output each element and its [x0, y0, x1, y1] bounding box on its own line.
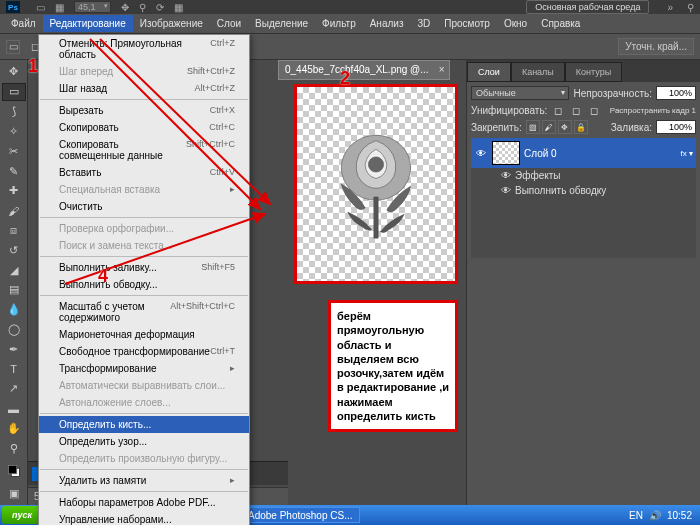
pen-tool[interactable]: ✒ — [2, 340, 26, 358]
menu-item: Проверка орфографии... — [39, 220, 249, 237]
shape-tool[interactable]: ▬ — [2, 400, 26, 418]
menu-item[interactable]: Наборы параметров Adobe PDF... — [39, 494, 249, 511]
rotate-icon[interactable]: ⟳ — [156, 2, 164, 13]
refine-edge-button[interactable]: Уточн. край... — [618, 38, 694, 55]
menu-item[interactable]: Очистить — [39, 198, 249, 215]
marquee-preset-icon[interactable]: ▭ — [6, 40, 20, 54]
lang-indicator[interactable]: EN — [629, 510, 643, 521]
menu-изображение[interactable]: Изображение — [133, 15, 210, 32]
menu-окно[interactable]: Окно — [497, 15, 534, 32]
tab-channels[interactable]: Каналы — [511, 62, 565, 82]
unify-icon[interactable]: ◻ — [587, 103, 601, 117]
menu-item[interactable]: Управление наборами... — [39, 511, 249, 525]
color-swatch[interactable] — [2, 459, 26, 482]
close-icon[interactable]: × — [439, 64, 445, 75]
clock[interactable]: 10:52 — [667, 510, 692, 521]
blend-mode-combo[interactable]: Обычные — [471, 86, 569, 100]
zoom-icon[interactable]: ⚲ — [139, 2, 146, 13]
menu-item[interactable]: Марионеточная деформация — [39, 326, 249, 343]
menu-анализ[interactable]: Анализ — [363, 15, 411, 32]
start-button[interactable]: пуск — [2, 506, 42, 524]
tab-paths[interactable]: Контуры — [565, 62, 622, 82]
lock-pixels-icon[interactable]: 🖌 — [542, 120, 556, 134]
menubar: ФайлРедактированиеИзображениеСлоиВыделен… — [0, 14, 700, 34]
visibility-icon[interactable]: 👁 — [474, 146, 488, 160]
stamp-tool[interactable]: ⧇ — [2, 222, 26, 240]
search-icon[interactable]: » — [667, 2, 673, 13]
zoom-tool[interactable]: ⚲ — [2, 439, 26, 457]
gradient-tool[interactable]: ▤ — [2, 281, 26, 299]
menu-item[interactable]: Удалить из памяти▸ — [39, 472, 249, 489]
zoom-field[interactable]: 45,1 — [74, 1, 111, 13]
tray-icon[interactable]: 🔊 — [649, 510, 661, 521]
stroke-effect-row[interactable]: 👁 Выполнить обводку — [471, 183, 696, 198]
brush-tool[interactable]: 🖌 — [2, 202, 26, 220]
rose-image — [321, 119, 431, 249]
wand-tool[interactable]: ✧ — [2, 123, 26, 141]
toolbar-icon[interactable]: ▭ — [36, 2, 45, 13]
menu-слои[interactable]: Слои — [210, 15, 248, 32]
menu-файл[interactable]: Файл — [4, 15, 43, 32]
menu-item[interactable]: ВырезатьCtrl+X — [39, 102, 249, 119]
eye-icon[interactable]: 👁 — [501, 185, 511, 196]
opacity-input[interactable]: 100% — [656, 86, 696, 100]
menu-item[interactable]: Скопировать совмещенные данныеShift+Ctrl… — [39, 136, 249, 164]
hand-tool[interactable]: ✋ — [2, 420, 26, 438]
marquee-tool[interactable]: ▭ — [2, 83, 26, 101]
grid-icon[interactable]: ▦ — [174, 2, 183, 13]
lock-trans-icon[interactable]: ▨ — [526, 120, 540, 134]
propagate-label[interactable]: Распространить кадр 1 — [610, 106, 696, 115]
unify-icon[interactable]: ◻ — [569, 103, 583, 117]
annotation-4: 4 — [98, 266, 108, 287]
heal-tool[interactable]: ✚ — [2, 182, 26, 200]
svg-point-3 — [368, 157, 383, 172]
type-tool[interactable]: T — [2, 360, 26, 378]
annotation-2: 2 — [340, 68, 350, 89]
menu-item: Специальная вставка▸ — [39, 181, 249, 198]
toolbar-icon[interactable]: ▦ — [55, 2, 64, 13]
crop-tool[interactable]: ✂ — [2, 142, 26, 160]
menu-выделение[interactable]: Выделение — [248, 15, 315, 32]
history-brush-tool[interactable]: ↺ — [2, 241, 26, 259]
menu-item[interactable]: СкопироватьCtrl+C — [39, 119, 249, 136]
layer-row[interactable]: 👁 Слой 0 fx ▾ — [471, 138, 696, 168]
menu-фильтр[interactable]: Фильтр — [315, 15, 363, 32]
eye-icon[interactable]: 👁 — [501, 170, 511, 181]
tab-layers[interactable]: Слои — [467, 62, 511, 82]
eraser-tool[interactable]: ◢ — [2, 261, 26, 279]
menu-item[interactable]: Трансформирование▸ — [39, 360, 249, 377]
effects-row[interactable]: 👁 Эффекты — [471, 168, 696, 183]
menu-item[interactable]: Определить кисть... — [39, 416, 249, 433]
lasso-tool[interactable]: ⟆ — [2, 103, 26, 121]
menu-справка[interactable]: Справка — [534, 15, 587, 32]
lock-pos-icon[interactable]: ✥ — [558, 120, 572, 134]
dodge-tool[interactable]: ◯ — [2, 321, 26, 339]
menu-item[interactable]: Выполнить обводку... — [39, 276, 249, 293]
menu-item[interactable]: Масштаб с учетом содержимогоAlt+Shift+Ct… — [39, 298, 249, 326]
menu-item[interactable]: Свободное трансформированиеCtrl+T — [39, 343, 249, 360]
lock-all-icon[interactable]: 🔒 — [574, 120, 588, 134]
unify-icon[interactable]: ◻ — [551, 103, 565, 117]
fx-badge[interactable]: fx ▾ — [681, 149, 693, 158]
menu-item[interactable]: Определить узор... — [39, 433, 249, 450]
hand-icon[interactable]: ✥ — [121, 2, 129, 13]
blur-tool[interactable]: 💧 — [2, 301, 26, 319]
menu-редактирование[interactable]: Редактирование — [43, 15, 133, 32]
document-tab[interactable]: 0_445be_7ccbf40a_XL.png @... × — [278, 60, 450, 80]
path-tool[interactable]: ↗ — [2, 380, 26, 398]
menu-item[interactable]: Шаг назадAlt+Ctrl+Z — [39, 80, 249, 97]
layer-thumb[interactable] — [492, 141, 520, 165]
quickmask-tool[interactable]: ▣ — [2, 484, 26, 502]
move-tool[interactable]: ✥ — [2, 63, 26, 81]
fill-input[interactable]: 100% — [656, 120, 696, 134]
menu-item[interactable]: Выполнить заливку...Shift+F5 — [39, 259, 249, 276]
menu-item[interactable]: ВставитьCtrl+V — [39, 164, 249, 181]
menu-просмотр[interactable]: Просмотр — [437, 15, 497, 32]
search-icon[interactable]: ⚲ — [687, 2, 694, 13]
canvas[interactable] — [294, 84, 458, 284]
workspace-badge[interactable]: Основная рабочая среда — [526, 0, 649, 14]
menu-item[interactable]: Отменить: Прямоугольная областьCtrl+Z — [39, 35, 249, 63]
layer-name[interactable]: Слой 0 — [524, 148, 557, 159]
eyedropper-tool[interactable]: ✎ — [2, 162, 26, 180]
menu-3d[interactable]: 3D — [410, 15, 437, 32]
